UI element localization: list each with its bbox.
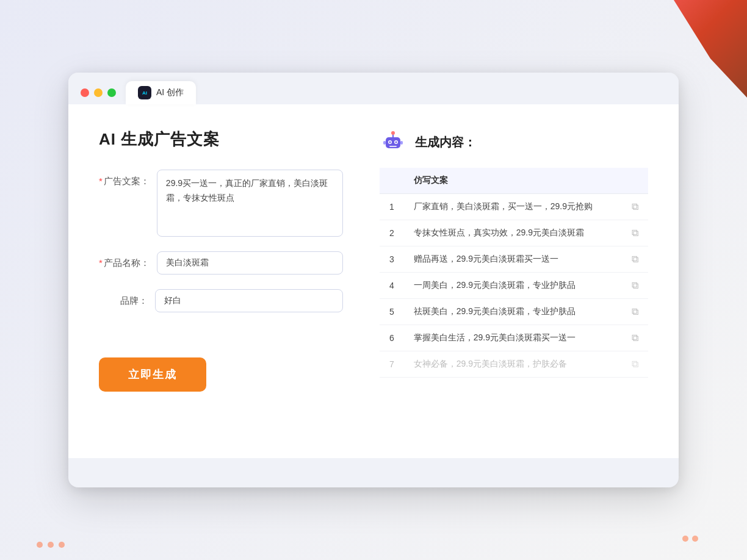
right-panel: 生成内容： 仿写文案 1厂家直销，美白淡斑霜，买一送一，29.9元抢购⧉2专抹女…	[380, 129, 648, 434]
content-area: AI 生成广告文案 *广告文案： 29.9买一送一，真正的厂家直销，美白淡斑霜，…	[68, 104, 679, 458]
title-bar: AI 创作	[68, 73, 679, 104]
result-number: 6	[380, 325, 404, 351]
ad-copy-input[interactable]: 29.9买一送一，真正的厂家直销，美白淡斑霜，专抹女性斑点	[157, 170, 343, 237]
brand-label: 品牌：	[99, 289, 148, 307]
left-panel: AI 生成广告文案 *广告文案： 29.9买一送一，真正的厂家直销，美白淡斑霜，…	[99, 129, 343, 434]
svg-point-6	[391, 131, 395, 135]
brand-row: 品牌：	[99, 289, 343, 312]
copy-button[interactable]: ⧉	[622, 299, 648, 325]
robot-icon	[380, 129, 406, 156]
maximize-button[interactable]	[107, 88, 116, 97]
ad-copy-row: *广告文案： 29.9买一送一，真正的厂家直销，美白淡斑霜，专抹女性斑点	[99, 170, 343, 237]
svg-rect-7	[389, 146, 397, 147]
required-star: *	[99, 176, 103, 186]
browser-window: AI 创作 AI 生成广告文案 *广告文案： 29.9买一送一，真正的厂家直销，…	[68, 73, 679, 487]
product-name-row: *产品名称：	[99, 251, 343, 275]
col-action-header	[622, 168, 648, 194]
copy-button[interactable]: ⧉	[622, 246, 648, 273]
generate-button[interactable]: 立即生成	[99, 357, 206, 392]
brand-input[interactable]	[155, 289, 343, 312]
bg-decoration-bottom-right	[682, 536, 698, 542]
table-row: 3赠品再送，29.9元美白淡斑霜买一送一⧉	[380, 246, 648, 273]
table-row: 6掌握美白生活，29.9元美白淡斑霜买一送一⧉	[380, 325, 648, 351]
copy-button[interactable]: ⧉	[622, 273, 648, 299]
table-row: 4一周美白，29.9元美白淡斑霜，专业护肤品⧉	[380, 273, 648, 299]
result-text: 女神必备，29.9元美白淡斑霜，护肤必备	[404, 351, 622, 378]
svg-point-3	[389, 142, 391, 143]
tab-label: AI 创作	[156, 87, 184, 98]
table-row: 5祛斑美白，29.9元美白淡斑霜，专业护肤品⧉	[380, 299, 648, 325]
svg-rect-8	[383, 141, 386, 145]
results-table: 仿写文案 1厂家直销，美白淡斑霜，买一送一，29.9元抢购⧉2专抹女性斑点，真实…	[380, 168, 648, 378]
close-button[interactable]	[81, 88, 89, 97]
bg-decoration-bottom-left	[37, 542, 65, 548]
result-number: 1	[380, 194, 404, 220]
svg-point-4	[395, 142, 397, 143]
result-number: 7	[380, 351, 404, 378]
result-number: 2	[380, 220, 404, 246]
product-name-input[interactable]	[157, 251, 343, 275]
result-text: 赠品再送，29.9元美白淡斑霜买一送一	[404, 246, 622, 273]
result-text: 一周美白，29.9元美白淡斑霜，专业护肤品	[404, 273, 622, 299]
result-number: 4	[380, 273, 404, 299]
active-tab[interactable]: AI 创作	[126, 81, 196, 104]
svg-rect-9	[400, 141, 403, 145]
minimize-button[interactable]	[94, 88, 103, 97]
table-row: 2专抹女性斑点，真实功效，29.9元美白淡斑霜⧉	[380, 220, 648, 246]
required-star-2: *	[99, 257, 103, 268]
copy-button[interactable]: ⧉	[622, 351, 648, 378]
ai-tab-icon	[138, 86, 151, 99]
result-number: 3	[380, 246, 404, 273]
col-num-header	[380, 168, 404, 194]
result-title: 生成内容：	[415, 134, 476, 151]
result-text: 掌握美白生活，29.9元美白淡斑霜买一送一	[404, 325, 622, 351]
product-name-label: *产品名称：	[99, 251, 150, 269]
copy-button[interactable]: ⧉	[622, 194, 648, 220]
traffic-lights	[81, 88, 116, 97]
page-title: AI 生成广告文案	[99, 129, 343, 150]
ad-copy-label: *广告文案：	[99, 170, 150, 187]
table-row: 1厂家直销，美白淡斑霜，买一送一，29.9元抢购⧉	[380, 194, 648, 220]
copy-button[interactable]: ⧉	[622, 220, 648, 246]
result-text: 专抹女性斑点，真实功效，29.9元美白淡斑霜	[404, 220, 622, 246]
result-text: 祛斑美白，29.9元美白淡斑霜，专业护肤品	[404, 299, 622, 325]
copy-button[interactable]: ⧉	[622, 325, 648, 351]
result-number: 5	[380, 299, 404, 325]
table-row: 7女神必备，29.9元美白淡斑霜，护肤必备⧉	[380, 351, 648, 378]
result-header: 生成内容：	[380, 129, 648, 156]
result-text: 厂家直销，美白淡斑霜，买一送一，29.9元抢购	[404, 194, 622, 220]
col-text-header: 仿写文案	[404, 168, 622, 194]
table-header-row: 仿写文案	[380, 168, 648, 194]
